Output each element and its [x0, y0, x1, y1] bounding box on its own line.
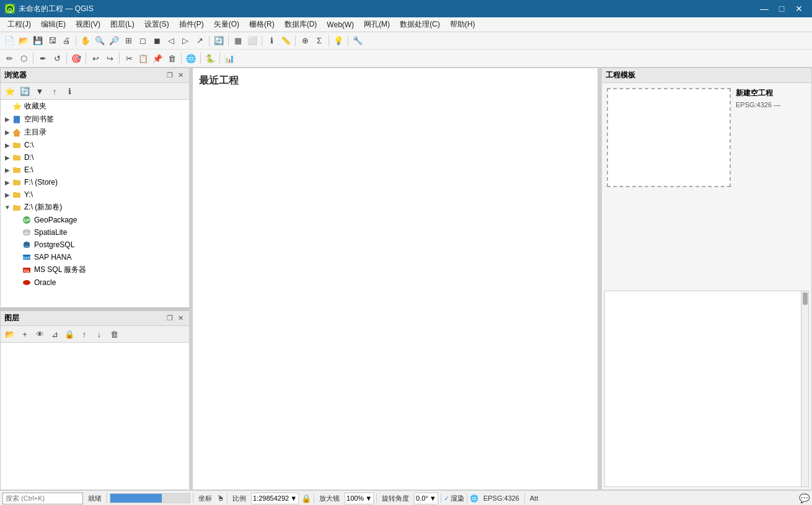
menu-view[interactable]: 视图(V): [71, 17, 105, 32]
tree-item-bookmarks[interactable]: ▶空间书签: [1, 113, 189, 126]
browser-favorites-btn[interactable]: ⭐: [3, 84, 17, 98]
zoom-prev-btn[interactable]: ◁: [164, 34, 178, 48]
browser-float-btn[interactable]: ❐: [165, 71, 175, 79]
menu-help[interactable]: 帮助(H): [445, 17, 480, 32]
add-layer-btn[interactable]: +: [18, 327, 32, 341]
menu-processing[interactable]: 数据处理(C): [395, 17, 445, 32]
search-input[interactable]: [2, 493, 83, 504]
tree-arrow-z[interactable]: ▼: [3, 204, 12, 211]
tree-arrow-f[interactable]: ▶: [3, 179, 12, 186]
tree-item-z[interactable]: ▼Z:\ (新加卷): [1, 201, 189, 214]
zoom-select-btn[interactable]: ◼: [150, 34, 164, 48]
copy-btn[interactable]: 📋: [136, 51, 150, 65]
refresh-btn[interactable]: 🔄: [212, 34, 226, 48]
cut-btn[interactable]: ✂: [122, 51, 136, 65]
browser-close-btn[interactable]: ✕: [176, 71, 185, 79]
tree-item-geopackage[interactable]: GPGeoPackage: [1, 214, 189, 226]
layer-remove-btn[interactable]: 🗑: [107, 327, 121, 341]
browser-collapse-btn[interactable]: ↑: [48, 84, 61, 98]
zoom-next-btn[interactable]: ▷: [179, 34, 192, 48]
tree-arrow-y[interactable]: ▶: [3, 191, 12, 198]
menu-vector[interactable]: 矢量(O): [209, 17, 244, 32]
tree-item-spatialite[interactable]: SpatiaLite: [1, 226, 189, 239]
node-tool-btn[interactable]: ⬡: [17, 51, 30, 65]
template-preview-box[interactable]: [607, 88, 731, 187]
select-feature-btn[interactable]: ▦: [231, 34, 245, 48]
tree-item-y[interactable]: ▶Y:\: [1, 188, 189, 201]
layer-down-btn[interactable]: ↓: [92, 327, 106, 341]
tree-arrow-d[interactable]: ▶: [3, 154, 12, 161]
rotation-dropdown[interactable]: 0.0° ▼: [414, 493, 438, 504]
pan-btn[interactable]: ✋: [79, 34, 92, 48]
tree-arrow-home[interactable]: ▶: [3, 129, 12, 136]
pan-map-btn[interactable]: ↗: [193, 34, 206, 48]
zoom-layer-btn[interactable]: ◻: [136, 34, 149, 48]
tree-item-home[interactable]: ▶主目录: [1, 126, 189, 139]
minimize-button[interactable]: —: [756, 2, 772, 15]
attr-table-btn[interactable]: 📊: [223, 51, 236, 65]
measure-btn[interactable]: 📏: [279, 34, 293, 48]
scale-dropdown[interactable]: 1:29854292 ▼: [251, 493, 299, 504]
scale-lock-icon[interactable]: 🔒: [301, 494, 311, 503]
paste-btn[interactable]: 📌: [151, 51, 164, 65]
zoom-full-btn[interactable]: ⊞: [121, 34, 135, 48]
layer-lock-btn[interactable]: 🔒: [63, 327, 76, 341]
snapping-btn[interactable]: 🎯: [69, 51, 83, 65]
magnifier-dropdown[interactable]: 100% ▼: [345, 493, 374, 504]
open-project-btn[interactable]: 📂: [17, 34, 30, 48]
tree-item-e[interactable]: ▶E:\: [1, 164, 189, 176]
close-button[interactable]: ✕: [791, 2, 807, 15]
layer-visibility-btn[interactable]: 👁: [33, 327, 46, 341]
delete-btn[interactable]: 🗑: [165, 51, 179, 65]
tree-item-saphana[interactable]: SAPSAP HANA: [1, 251, 189, 263]
python-btn[interactable]: 🐍: [203, 51, 217, 65]
menu-raster[interactable]: 栅格(R): [244, 17, 280, 32]
menu-project[interactable]: 工程(J): [2, 17, 36, 32]
message-icon[interactable]: 💬: [799, 493, 810, 503]
undo-btn[interactable]: ↩: [89, 51, 102, 65]
save-as-btn[interactable]: 🖫: [45, 34, 59, 48]
menu-edit[interactable]: 编辑(E): [36, 17, 71, 32]
browser-filter-btn[interactable]: ▼: [33, 84, 46, 98]
browser-refresh-btn[interactable]: 🔄: [18, 84, 32, 98]
maximize-button[interactable]: □: [774, 2, 790, 15]
scrollbar-thumb[interactable]: [803, 292, 808, 305]
tree-item-mssql[interactable]: SQLMS SQL 服务器: [1, 263, 189, 276]
zoom-out-btn[interactable]: 🔎: [107, 34, 121, 48]
zoom-in-btn[interactable]: 🔍: [93, 34, 107, 48]
menu-layer[interactable]: 图层(L): [105, 17, 139, 32]
tree-item-f[interactable]: ▶F:\ (Store): [1, 176, 189, 188]
tree-item-postgresql[interactable]: PostgreSQL: [1, 239, 189, 251]
menu-plugins[interactable]: 插件(P): [174, 17, 209, 32]
print-btn[interactable]: 🖨: [60, 34, 73, 48]
open-layer-btn[interactable]: 📂: [3, 327, 17, 341]
redo-btn[interactable]: ↪: [103, 51, 117, 65]
globe-btn[interactable]: 🌐: [184, 51, 198, 65]
tree-arrow-e[interactable]: ▶: [3, 167, 12, 173]
tree-arrow-c[interactable]: ▶: [3, 142, 12, 149]
digitize-btn[interactable]: ✏: [2, 51, 16, 65]
layers-close-btn[interactable]: ✕: [176, 314, 185, 322]
tips-btn[interactable]: 💡: [332, 34, 345, 48]
tree-item-c[interactable]: ▶C:\: [1, 139, 189, 151]
menu-mesh[interactable]: 网孔(M): [359, 17, 395, 32]
menu-web[interactable]: Web(W): [322, 17, 359, 32]
rotate-btn[interactable]: ↺: [50, 51, 64, 65]
tree-arrow-bookmarks[interactable]: ▶: [3, 116, 12, 123]
identify-btn[interactable]: ℹ: [265, 34, 278, 48]
edit-line-btn[interactable]: ✒: [36, 51, 50, 65]
plugin-manage-btn[interactable]: 🔧: [351, 34, 364, 48]
new-project-btn[interactable]: 📄: [2, 34, 16, 48]
select-rect-btn[interactable]: ⬜: [245, 34, 259, 48]
browser-properties-btn[interactable]: ℹ: [63, 84, 76, 98]
menu-database[interactable]: 数据库(D): [280, 17, 322, 32]
layer-up-btn[interactable]: ↑: [77, 327, 91, 341]
menu-settings[interactable]: 设置(S): [139, 17, 174, 32]
tree-item-oracle[interactable]: Oracle: [1, 276, 189, 289]
stats-btn[interactable]: Σ: [312, 34, 326, 48]
save-project-btn[interactable]: 💾: [31, 34, 45, 48]
layer-diagram-btn[interactable]: ⊕: [298, 34, 312, 48]
tree-item-favorites[interactable]: ⭐收藏夹: [1, 100, 189, 113]
layers-float-btn[interactable]: ❐: [165, 314, 175, 322]
tree-item-d[interactable]: ▶D:\: [1, 151, 189, 164]
